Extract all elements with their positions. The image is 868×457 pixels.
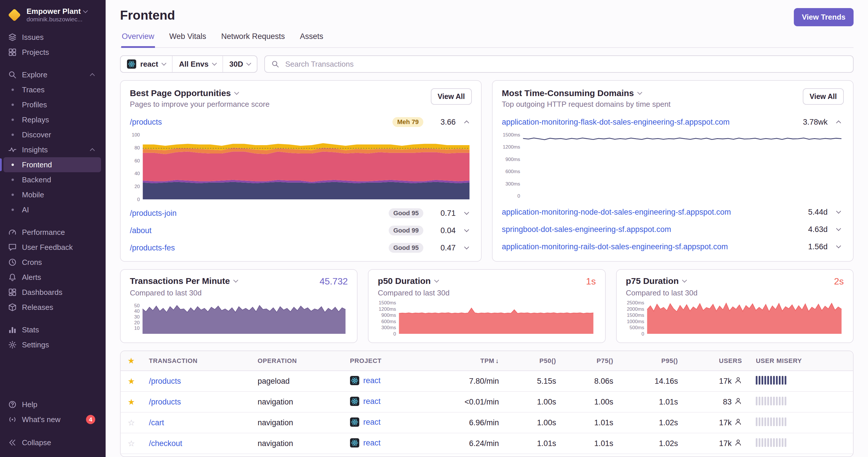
sidebar-item-frontend[interactable]: Frontend <box>3 157 101 172</box>
transaction-link[interactable]: /products-fes <box>130 243 389 253</box>
sidebar-item-label: Stats <box>22 325 39 334</box>
sidebar-item-dashboards[interactable]: Dashboards <box>3 285 101 300</box>
sidebar-item-performance[interactable]: Performance <box>3 225 101 240</box>
sidebar-item-what-s-new[interactable]: What's new4 <box>3 412 101 427</box>
tab-web-vitals[interactable]: Web Vitals <box>169 32 207 47</box>
expand-toggle[interactable] <box>461 213 472 214</box>
table-row: ☆/checkoutnavigationreact6.24/min1.01s1.… <box>121 433 853 454</box>
environment-filter[interactable]: All Envs <box>173 56 223 72</box>
metric-title-dropdown[interactable]: p75 Duration <box>626 276 686 286</box>
sidebar-item-ai[interactable]: AI <box>3 202 101 217</box>
sidebar-item-releases[interactable]: Releases <box>3 300 101 315</box>
project-link[interactable]: react <box>363 376 381 385</box>
domain-row: application-monitoring-flask-dot-sales-e… <box>502 113 844 131</box>
column-header-tpm[interactable]: TPM↓ <box>422 351 506 371</box>
sidebar-item-help[interactable]: Help <box>3 397 101 412</box>
domain-link[interactable]: application-monitoring-rails-dot-sales-e… <box>502 242 785 251</box>
chevron-down-icon <box>836 209 841 214</box>
sidebar-item-crons[interactable]: Crons <box>3 255 101 270</box>
svg-text:900ms: 900ms <box>505 157 520 162</box>
chevron-up-icon <box>90 73 95 78</box>
sidebar-item-discover[interactable]: Discover <box>3 127 101 142</box>
sidebar-item-traces[interactable]: Traces <box>3 82 101 97</box>
column-header-users[interactable]: USERS <box>685 351 749 371</box>
chevron-up-icon <box>90 148 95 153</box>
sidebar-item-collapse[interactable]: Collapse <box>3 435 101 450</box>
column-header-p75[interactable]: P75() <box>563 351 620 371</box>
expand-toggle[interactable] <box>833 120 844 125</box>
opportunities-title-dropdown[interactable]: Best Page Opportunities <box>130 88 270 98</box>
project-link[interactable]: react <box>363 418 381 427</box>
domain-link[interactable]: application-monitoring-node-dot-sales-en… <box>502 208 785 217</box>
star-toggle[interactable]: ☆ <box>128 439 135 448</box>
project-link[interactable]: react <box>363 438 381 448</box>
project-link[interactable]: react <box>363 397 381 406</box>
transaction-link[interactable]: /about <box>130 226 389 235</box>
column-header-project[interactable]: PROJECT <box>343 351 422 371</box>
tab-overview[interactable]: Overview <box>121 32 155 48</box>
sidebar-item-label: Insights <box>22 145 48 154</box>
sidebar-item-label: Replays <box>22 116 49 124</box>
date-range-filter[interactable]: 30D <box>223 56 257 72</box>
column-header-p95[interactable]: P95() <box>620 351 685 371</box>
org-selector[interactable]: Empower Plant dominik.buszowiec... <box>0 6 105 30</box>
expand-toggle[interactable] <box>833 246 844 248</box>
sidebar-item-stats[interactable]: Stats <box>3 322 101 337</box>
sidebar-item-projects[interactable]: Projects <box>3 45 101 60</box>
domain-row: application-monitoring-rails-dot-sales-e… <box>502 238 844 255</box>
transaction-link[interactable]: /cart <box>149 418 164 427</box>
domains-title-dropdown[interactable]: Most Time-Consuming Domains <box>502 88 671 98</box>
tab-assets[interactable]: Assets <box>299 32 324 47</box>
sidebar-item-alerts[interactable]: Alerts <box>3 270 101 285</box>
tab-network-requests[interactable]: Network Requests <box>221 32 286 47</box>
transaction-link[interactable]: /products <box>130 118 393 127</box>
search-input[interactable] <box>284 59 847 69</box>
chevron-down-icon <box>233 278 238 283</box>
bullet-icon <box>11 104 14 106</box>
sidebar-item-settings[interactable]: Settings <box>3 337 101 352</box>
transaction-link[interactable]: /products <box>149 377 181 386</box>
view-trends-button[interactable]: View Trends <box>794 8 854 26</box>
column-header-star[interactable]: ★ <box>121 351 142 371</box>
metric-title-dropdown[interactable]: Transactions Per Minute <box>130 276 238 286</box>
expand-toggle[interactable] <box>833 211 844 213</box>
svg-text:20: 20 <box>134 184 140 189</box>
domains-view-all-button[interactable]: View All <box>803 88 844 105</box>
tpm-cell: 6.24/min <box>422 433 506 454</box>
svg-text:1500ms: 1500ms <box>503 132 520 138</box>
operation-cell: pageload <box>251 371 343 392</box>
expand-toggle[interactable] <box>461 120 472 125</box>
time-consuming-domains-card: Most Time-Consuming Domains Top outgoing… <box>492 80 854 262</box>
sidebar-item-replays[interactable]: Replays <box>3 112 101 127</box>
column-header-operation[interactable]: OPERATION <box>251 351 343 371</box>
column-header-user-misery[interactable]: USER MISERY <box>749 351 853 371</box>
collapse-icon <box>8 438 17 447</box>
star-toggle[interactable]: ★ <box>128 377 135 386</box>
star-toggle[interactable]: ☆ <box>128 418 135 427</box>
domain-link[interactable]: springboot-dot-sales-engineering-sf.apps… <box>502 225 785 234</box>
sidebar-item-mobile[interactable]: Mobile <box>3 187 101 202</box>
star-toggle[interactable]: ★ <box>128 398 135 406</box>
transaction-link[interactable]: /checkout <box>149 439 182 448</box>
sidebar-item-user-feedback[interactable]: User Feedback <box>3 240 101 255</box>
sidebar-item-backend[interactable]: Backend <box>3 172 101 187</box>
project-filter[interactable]: react <box>121 56 173 72</box>
domain-link[interactable]: application-monitoring-flask-dot-sales-e… <box>502 118 785 127</box>
svg-text:1200ms: 1200ms <box>503 144 520 150</box>
sidebar-item-explore[interactable]: Explore <box>3 67 101 82</box>
transaction-link[interactable]: /products-join <box>130 209 389 218</box>
expand-toggle[interactable] <box>833 228 844 230</box>
sidebar-item-insights[interactable]: Insights <box>3 142 101 157</box>
opportunity-score: 3.66 <box>430 118 456 127</box>
metric-title-dropdown[interactable]: p50 Duration <box>378 276 438 286</box>
expand-toggle[interactable] <box>461 247 472 249</box>
user-misery-bars <box>756 418 786 426</box>
sidebar-item-issues[interactable]: Issues <box>3 30 101 45</box>
users-cell: 17k <box>719 439 742 448</box>
column-header-transaction[interactable]: TRANSACTION <box>142 351 251 371</box>
transaction-link[interactable]: /products <box>149 398 181 406</box>
column-header-p50[interactable]: P50() <box>506 351 563 371</box>
expand-toggle[interactable] <box>461 230 472 231</box>
sidebar-item-profiles[interactable]: Profiles <box>3 97 101 112</box>
opportunities-view-all-button[interactable]: View All <box>431 88 472 105</box>
